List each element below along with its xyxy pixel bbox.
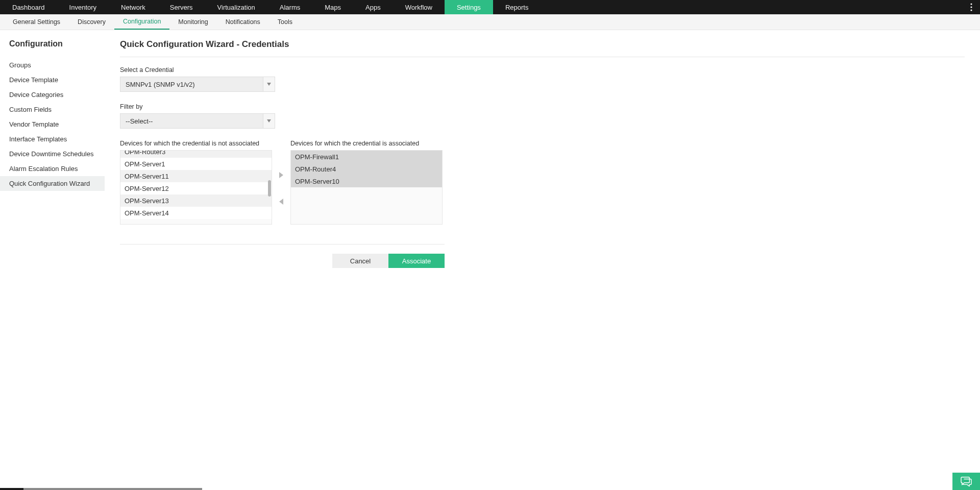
divider xyxy=(120,244,445,244)
nav-alarms[interactable]: Alarms xyxy=(267,0,312,14)
list-item[interactable]: OPM-Server1 xyxy=(120,158,272,170)
chevron-left-icon xyxy=(279,199,283,205)
sidebar-item-vendor-template[interactable]: Vendor Template xyxy=(0,117,105,132)
nav-network[interactable]: Network xyxy=(109,0,158,14)
nav-dashboard[interactable]: Dashboard xyxy=(0,0,57,14)
list-item[interactable]: OPM-Server12 xyxy=(120,182,272,194)
list-item[interactable]: OPM-Router4 xyxy=(291,163,442,175)
associated-listbox[interactable]: OPM-Firewall1 OPM-Router4 OPM-Server10 xyxy=(290,150,443,225)
list-item[interactable]: OPM-Router3 xyxy=(120,150,272,158)
subnav-configuration[interactable]: Configuration xyxy=(114,14,169,30)
chat-icon xyxy=(961,476,972,486)
nav-inventory[interactable]: Inventory xyxy=(57,0,109,14)
list-item[interactable]: OPM-Server11 xyxy=(120,170,272,182)
filter-select[interactable]: --Select-- xyxy=(120,113,275,129)
cancel-button[interactable]: Cancel xyxy=(332,254,388,268)
subnav-tools[interactable]: Tools xyxy=(269,14,301,30)
nav-workflow[interactable]: Workflow xyxy=(393,0,445,14)
associated-label: Devices for which the credential is asso… xyxy=(290,140,443,147)
credential-select-value[interactable]: SMNPv1 (SNMP v1/v2) xyxy=(120,77,263,92)
chevron-down-icon xyxy=(267,119,271,122)
sidebar-item-quick-configuration-wizard[interactable]: Quick Configuration Wizard xyxy=(0,176,105,191)
sidebar-item-device-template[interactable]: Device Template xyxy=(0,72,105,87)
sidebar-item-device-downtime-schedules[interactable]: Device Downtime Schedules xyxy=(0,146,105,161)
sidebar-item-groups[interactable]: Groups xyxy=(0,58,105,72)
nav-reports[interactable]: Reports xyxy=(493,0,541,14)
list-item[interactable]: OPM-Server14 xyxy=(120,207,272,219)
top-nav: Dashboard Inventory Network Servers Virt… xyxy=(0,0,980,14)
subnav-discovery[interactable]: Discovery xyxy=(69,14,114,30)
svg-point-1 xyxy=(970,6,972,8)
credential-label: Select a Credential xyxy=(120,66,965,74)
nav-servers[interactable]: Servers xyxy=(158,0,205,14)
filter-select-toggle[interactable] xyxy=(263,113,275,129)
sidebar-item-interface-templates[interactable]: Interface Templates xyxy=(0,132,105,146)
subnav-monitoring[interactable]: Monitoring xyxy=(169,14,216,30)
list-item[interactable]: OPM-Server13 xyxy=(120,194,272,207)
sidebar-item-alarm-escalation-rules[interactable]: Alarm Escalation Rules xyxy=(0,161,105,176)
associate-button[interactable]: Associate xyxy=(388,254,445,268)
more-menu-icon[interactable] xyxy=(966,0,977,14)
chevron-right-icon xyxy=(279,172,283,178)
sidebar-title: Configuration xyxy=(0,39,105,58)
list-item[interactable]: OPM-Firewall1 xyxy=(291,151,442,163)
list-item[interactable]: OPM-Server10 xyxy=(291,175,442,187)
scrollbar-thumb[interactable] xyxy=(268,180,271,197)
subnav-general-settings[interactable]: General Settings xyxy=(4,14,69,30)
nav-settings[interactable]: Settings xyxy=(445,0,493,14)
sidebar-item-device-categories[interactable]: Device Categories xyxy=(0,87,105,102)
chat-button[interactable] xyxy=(952,473,980,490)
credential-select-toggle[interactable] xyxy=(263,77,275,92)
subnav-notifications[interactable]: Notifications xyxy=(217,14,269,30)
main-panel: Quick Configuration Wizard - Credentials… xyxy=(105,30,980,490)
filter-label: Filter by xyxy=(120,103,965,110)
sidebar-item-custom-fields[interactable]: Custom Fields xyxy=(0,102,105,117)
nav-maps[interactable]: Maps xyxy=(312,0,353,14)
credential-select[interactable]: SMNPv1 (SNMP v1/v2) xyxy=(120,77,275,92)
move-left-button[interactable] xyxy=(278,198,285,205)
filter-select-value[interactable]: --Select-- xyxy=(120,113,263,129)
chevron-down-icon xyxy=(267,83,271,86)
svg-point-2 xyxy=(970,9,972,11)
nav-virtualization[interactable]: Virtualization xyxy=(205,0,267,14)
sidebar: Configuration Groups Device Template Dev… xyxy=(0,30,105,490)
bottom-bar-segment xyxy=(23,488,202,490)
nav-apps[interactable]: Apps xyxy=(353,0,393,14)
sub-nav: General Settings Discovery Configuration… xyxy=(0,14,980,30)
not-associated-label: Devices for which the credential is not … xyxy=(120,140,272,147)
not-associated-listbox[interactable]: OPM-Router3 OPM-Server1 OPM-Server11 OPM… xyxy=(120,150,272,225)
move-right-button[interactable] xyxy=(278,172,285,179)
svg-point-0 xyxy=(970,3,972,5)
page-title: Quick Configuration Wizard - Credentials xyxy=(120,39,965,57)
bottom-bar-segment xyxy=(0,488,23,490)
